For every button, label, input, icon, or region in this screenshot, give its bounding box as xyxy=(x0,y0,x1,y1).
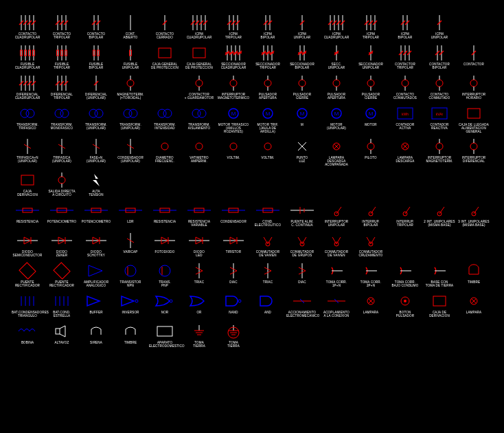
svg-point-224 xyxy=(436,143,443,150)
contactor-bipolar-label: CONTACTOR BIPOLAR xyxy=(424,63,455,70)
seccionador-unipolar-2-label: SECCIONADOR UNIPOLAR xyxy=(355,63,387,70)
or-label: OR xyxy=(183,311,215,315)
boton-pulsador-symbol xyxy=(391,292,420,310)
diac-2-label: DIAC xyxy=(286,281,318,285)
fusible-bipolar-symbol xyxy=(82,44,111,62)
contactor-unipolar-label: CONTACTOR xyxy=(458,63,490,67)
diodo-semiconductor-symbol xyxy=(13,232,42,249)
diferencial-cuadrupolar-label: DIFERENCIAL CUADRUPOLAR xyxy=(12,93,43,100)
contacto-conmutado-label: CONTACTO CONMUTADO xyxy=(424,93,455,100)
diametro-frecuenc-label: DIAMETRO FRECUENC. xyxy=(149,157,181,164)
svg-text:M: M xyxy=(300,111,305,117)
acoplamiento-conexion-symbol xyxy=(322,292,351,310)
contacto-conmutados-symbol xyxy=(391,74,420,92)
svg-point-159 xyxy=(333,80,340,87)
transformador-trifasico-symbol xyxy=(13,104,42,122)
interruptor-diferencial-label: INTERRUPTOR DIFERENCIAL xyxy=(458,157,490,164)
diodo-semiconductor-label: DIODO SEMICONDUCTOR xyxy=(12,251,43,258)
icpm-bipolar: ICPM BIPOLAR xyxy=(252,14,284,40)
contador-activa: kWhCONTADOR ACTIVA xyxy=(389,104,421,134)
condensador-symbol xyxy=(219,201,248,219)
interruptor-diferencial: INTERRUPTOR DIFERENCIAL xyxy=(458,137,490,167)
svg-line-262 xyxy=(474,207,479,214)
conmutador-vaiven-2: CONMUTADOR DE VAIVEN xyxy=(321,232,352,258)
fotodiodo: FOTODIODO xyxy=(149,232,181,258)
svg-point-293 xyxy=(159,265,170,276)
seccionador-unipolar-symbol xyxy=(322,44,351,62)
accionamiento-electromecanico: ACCIONAMIENTO ELECTROMECANICO xyxy=(286,292,318,318)
pulsador-apertura: PULSADOR APERTURA xyxy=(252,74,284,100)
symbol-grid: CONTACTO CUADRUPOLARCONTACTO TRIPOLARCON… xyxy=(0,0,504,366)
motor-m-label: M xyxy=(286,124,318,127)
svg-rect-290 xyxy=(54,263,70,279)
condensador-electrolitico: COND. ELECTROLITICO xyxy=(252,201,284,227)
motor-trifasico-ardilla-label: MOTOR TRIF. (JAULA DE ARDILLA) xyxy=(252,124,284,134)
punto-luz-symbol xyxy=(288,137,317,155)
sirena-label: SIRENA xyxy=(80,342,112,345)
voltim-2-symbol xyxy=(253,137,282,155)
interruptor-magnetotermico: INTERRUPTOR MAGNETOTERMICO xyxy=(218,74,249,100)
varicap-symbol xyxy=(116,232,145,249)
interruptor-tripolar-label: INTERRUP. TRIPOLAR xyxy=(389,221,421,227)
contacto-tripolar-label: CONTACTO TRIPOLAR xyxy=(46,33,78,40)
svg-point-177 xyxy=(60,109,69,118)
svg-rect-315 xyxy=(433,296,446,306)
conmutador-vaiven-2-label: CONMUTADOR DE VAIVEN xyxy=(321,251,352,258)
puente-rectificador-symbol xyxy=(13,262,42,280)
diodo-led: DIODO LED xyxy=(183,232,215,258)
icpm-tripolar: ICPM TRIPOLAR xyxy=(218,14,249,40)
ldr: LDR xyxy=(115,201,146,227)
seccionador-bipolar: SECCIONADOR BIPOLAR xyxy=(286,44,318,70)
varicap-label: VARICAP xyxy=(115,251,146,254)
toma-corriente-1pn-label: TOMA CORR. 1P+N xyxy=(321,281,352,288)
interruptor-magnetoterm-symbol xyxy=(425,137,454,155)
diodo-schottky-label: DIODO SCHOTTKY xyxy=(80,251,112,258)
int-unipolares-misma-base-3-symbol xyxy=(459,201,488,219)
contactor-tripolar-symbol xyxy=(391,44,420,62)
resistencia-2-label: RESISTENCIA xyxy=(149,221,181,224)
altavoz-symbol xyxy=(47,322,76,340)
fase-neutro-unipolar-label: FASE+N (UNIPOLAR) xyxy=(80,157,112,164)
contactor-tripolar: CONTACTOR TRIPOLAR xyxy=(389,44,421,70)
puente-rectificador: PUENTE RECTIFICADOR xyxy=(12,262,43,288)
transformador-intensidad-symbol xyxy=(150,104,179,122)
diodo-led-label: DIODO LED xyxy=(183,251,215,258)
seccionador-bipolar-label: SECCIONADOR BIPOLAR xyxy=(286,63,318,70)
amplificador-analogico: AMPLIFICADOR ANALOGICO xyxy=(80,262,112,288)
sirena: SIRENA xyxy=(80,322,112,348)
resistencia-2: RESISTENCIA xyxy=(149,201,181,227)
svg-rect-319 xyxy=(56,329,60,334)
voltim-label: VOLTIM. xyxy=(218,157,249,160)
pulsador-apertura-symbol xyxy=(253,74,282,92)
conmutador-cruzamiento-label: CONMUTADOR CRUZAMIENTO xyxy=(355,251,387,258)
conmutador-grupos: CONMUTADOR DE GRUPOS xyxy=(286,232,318,258)
toma-corriente-1pn: TOMA CORR. 1P+N xyxy=(321,262,352,288)
contacto-bipolar: CONTACTO BIPOLAR xyxy=(80,14,112,40)
diodo-zener: DIODO ZENER xyxy=(46,232,78,258)
acoplamiento-conexion-label: ACOPLAMIENTO A LA CONEXION xyxy=(321,311,352,318)
caja-general-2-symbol xyxy=(185,44,214,62)
interruptor-bipolar-label: INTERRUP. BIPOLAR xyxy=(355,221,387,227)
diodo-zener-label: DIODO ZENER xyxy=(46,251,78,258)
punto-luz-label: PUNTO LUZ xyxy=(286,157,318,164)
transformador-unipolar-2-label: TRANSFORM. (UNIPOLAR) xyxy=(115,124,146,131)
diametro-frecuenc: DIAMETRO FRECUENC. xyxy=(149,137,181,167)
diferencial-tripolar: DIFERENCIAL TRIPOLAR xyxy=(46,74,78,100)
seccionador-tripolar-symbol xyxy=(253,44,282,62)
toma-tierra-2: TOMA TIERRA xyxy=(218,322,249,348)
lampara-2: LAMPARA xyxy=(458,292,490,318)
base-toma-tierra-symbol xyxy=(425,262,454,280)
contador-reactiva-label: CONTADOR REACTIVA xyxy=(424,124,455,131)
icpm-tripolar-symbol xyxy=(219,14,248,32)
diodo-schottky: DIODO SCHOTTKY xyxy=(80,232,112,258)
svg-line-256 xyxy=(371,207,376,214)
icpm-unipolar: ICPM UNIPOLAR xyxy=(286,14,318,40)
svg-point-212 xyxy=(264,143,271,150)
transformador-aislamiento-label: TRANSFORM. AISLAMIENTO xyxy=(183,124,215,131)
timbre-2: TIMBRE xyxy=(115,322,146,348)
trifasica-neutro-unipolar: TRIFASICA+N (UNIPOLAR) xyxy=(12,137,43,167)
condensador-electrolitico-symbol xyxy=(253,201,282,219)
diac-symbol xyxy=(219,262,248,280)
toma-tierra-2-label: TOMA TIERRA xyxy=(218,342,249,348)
nand-label: NAND xyxy=(218,311,249,315)
